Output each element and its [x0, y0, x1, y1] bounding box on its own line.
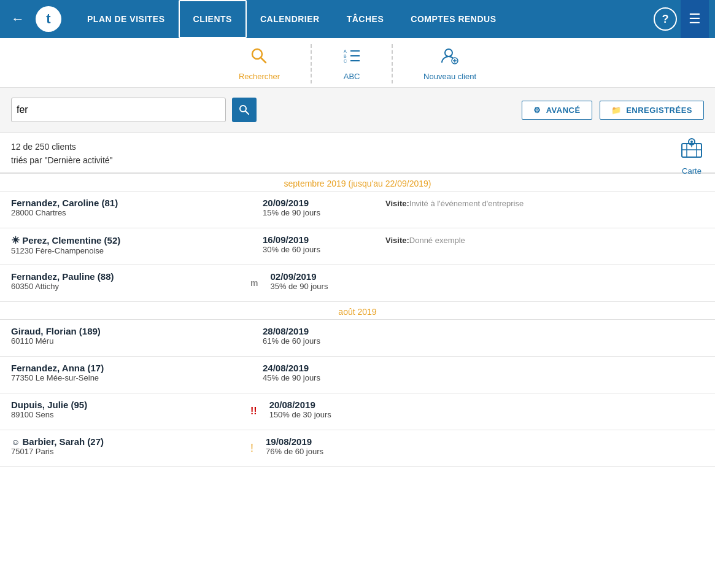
enregistrees-label: ENREGISTRÉES	[626, 106, 692, 115]
client-address: 60110 Méru	[11, 336, 244, 346]
sun-icon: ☀	[11, 235, 20, 246]
client-name: Giraud, Florian (189)	[11, 326, 244, 336]
client-date: 02/09/2019 35% de 90 jours	[264, 271, 387, 295]
date-main: 20/09/2019	[263, 198, 373, 208]
gear-icon: ⚙	[533, 106, 541, 115]
smiley-icon: ☺	[11, 437, 20, 447]
search-input[interactable]	[17, 104, 220, 115]
date-sub: 35% de 90 jours	[270, 282, 381, 291]
toolbar-abc[interactable]: A B C ABC	[312, 44, 393, 83]
client-badge	[244, 326, 257, 350]
client-address: 60350 Attichy	[11, 282, 244, 291]
client-activity	[379, 363, 704, 387]
toolbar-abc-label: ABC	[344, 72, 360, 81]
results-count: 12 de 250 clients	[11, 140, 113, 153]
nav-calendrier[interactable]: CALENDRIER	[247, 0, 333, 38]
client-name: Fernandez, Caroline (81)	[11, 198, 244, 208]
results-text: 12 de 250 clients triés par "Dernière ac…	[11, 140, 113, 168]
date-separator-sept: septembre 2019 (jusqu'au 22/09/2019)	[0, 174, 715, 191]
client-address: 51230 Fère-Champenoise	[11, 246, 244, 255]
results-sort: triés par "Dernière activité"	[11, 153, 113, 167]
nav-comptes-rendus[interactable]: COMPTES RENDUS	[397, 0, 509, 38]
date-sub: 76% de 60 jours	[266, 447, 376, 456]
client-badge: !!	[244, 400, 263, 424]
toolbar-nouveau-client-label: Nouveau client	[423, 72, 476, 81]
nav-plan-visites[interactable]: PLAN DE VISITES	[74, 0, 179, 38]
avance-button[interactable]: ⚙ AVANCÉ	[522, 101, 592, 120]
client-badge	[244, 234, 257, 258]
client-date: 19/08/2019 76% de 60 jours	[260, 436, 382, 460]
client-name: Fernandez, Pauline (88)	[11, 271, 244, 282]
enregistrees-button[interactable]: 📁 ENREGISTRÉES	[600, 101, 704, 120]
client-info: Fernandez, Pauline (88) 60350 Attichy	[11, 271, 244, 295]
date-main: 20/08/2019	[269, 400, 380, 410]
client-activity	[386, 400, 704, 424]
client-name: ☀ Perez, Clementine (52)	[11, 234, 244, 246]
avance-label: AVANCÉ	[546, 106, 581, 115]
svg-line-13	[245, 111, 249, 114]
client-activity	[379, 326, 704, 350]
search-button[interactable]	[232, 98, 257, 122]
toolbar: Rechercher A B C ABC Nouveau client	[0, 38, 715, 88]
client-activity: Visite: Invité à l'événement d'entrepris…	[379, 198, 704, 222]
client-date: 20/09/2019 15% de 90 jours	[257, 198, 379, 222]
search-icon	[250, 47, 268, 69]
client-info: Dupuis, Julie (95) 89100 Sens	[11, 400, 244, 424]
date-main: 02/09/2019	[270, 271, 381, 282]
navbar: ← t PLAN DE VISITES CLIENTS CALENDRIER T…	[0, 0, 715, 38]
client-row[interactable]: Fernandez, Pauline (88) 60350 Attichy m …	[0, 265, 715, 302]
nav-links: PLAN DE VISITES CLIENTS CALENDRIER TÂCHE…	[74, 0, 647, 38]
client-date: 24/08/2019 45% de 90 jours	[257, 363, 379, 387]
logo: t	[36, 6, 61, 32]
client-row[interactable]: Fernandez, Anna (17) 77350 Le Mée-sur-Se…	[0, 357, 715, 393]
client-address: 28000 Chartres	[11, 208, 244, 217]
client-badge: m	[244, 271, 264, 295]
date-main: 24/08/2019	[263, 363, 373, 373]
client-list: septembre 2019 (jusqu'au 22/09/2019) Fer…	[0, 174, 715, 467]
carte-button[interactable]: Carte	[679, 137, 704, 176]
client-address: 77350 Le Mée-sur-Seine	[11, 373, 244, 382]
client-row[interactable]: Giraud, Florian (189) 60110 Méru 28/08/2…	[0, 320, 715, 357]
client-info: Fernandez, Caroline (81) 28000 Chartres	[11, 198, 244, 222]
client-row[interactable]: ☀ Perez, Clementine (52) 51230 Fère-Cham…	[0, 228, 715, 265]
menu-button[interactable]: ☰	[681, 0, 709, 38]
client-info: Giraud, Florian (189) 60110 Méru	[11, 326, 244, 350]
client-badge	[244, 363, 257, 387]
svg-text:C: C	[344, 59, 347, 63]
toolbar-rechercher[interactable]: Rechercher	[208, 44, 312, 83]
client-date: 28/08/2019 61% de 60 jours	[257, 326, 379, 350]
svg-point-8	[445, 49, 452, 56]
nav-taches[interactable]: TÂCHES	[333, 0, 398, 38]
client-info: Fernandez, Anna (17) 77350 Le Mée-sur-Se…	[11, 363, 244, 387]
date-main: 16/09/2019	[263, 234, 373, 245]
client-info: ☀ Perez, Clementine (52) 51230 Fère-Cham…	[11, 234, 244, 258]
date-main: 19/08/2019	[266, 436, 376, 447]
client-info: ☺ Barbier, Sarah (27) 75017 Paris	[11, 436, 244, 460]
client-date: 20/08/2019 150% de 30 jours	[263, 400, 386, 424]
date-sub: 30% de 60 jours	[263, 245, 373, 254]
client-row[interactable]: Fernandez, Caroline (81) 28000 Chartres …	[0, 191, 715, 228]
activity-text: Donné exemple	[409, 236, 465, 245]
toolbar-nouveau-client[interactable]: Nouveau client	[393, 44, 507, 83]
activity-label: Visite:	[385, 236, 409, 245]
nav-right: ? ☰	[654, 0, 709, 38]
client-badge	[244, 198, 257, 222]
client-date: 16/09/2019 30% de 60 jours	[257, 234, 379, 258]
client-name: Fernandez, Anna (17)	[11, 363, 244, 373]
search-input-wrap	[11, 98, 226, 122]
client-address: 89100 Sens	[11, 410, 244, 419]
search-bar: ⚙ AVANCÉ 📁 ENREGISTRÉES	[0, 88, 715, 133]
client-row[interactable]: Dupuis, Julie (95) 89100 Sens !! 20/08/2…	[0, 393, 715, 430]
back-button[interactable]: ←	[6, 9, 29, 29]
nav-clients[interactable]: CLIENTS	[179, 0, 247, 38]
svg-text:A: A	[344, 49, 347, 53]
svg-line-1	[261, 58, 266, 63]
date-separator-aout: août 2019	[0, 302, 715, 320]
nouveau-client-icon	[441, 47, 459, 69]
client-activity	[387, 271, 704, 295]
help-button[interactable]: ?	[654, 7, 677, 31]
abc-icon: A B C	[342, 47, 361, 69]
carte-icon	[679, 137, 704, 165]
folder-icon: 📁	[611, 106, 622, 115]
client-row[interactable]: ☺ Barbier, Sarah (27) 75017 Paris ! 19/0…	[0, 430, 715, 467]
